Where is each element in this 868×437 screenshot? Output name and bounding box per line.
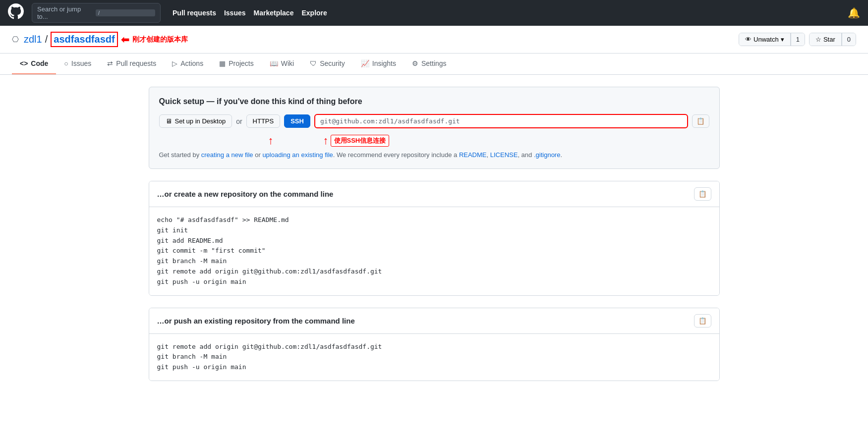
push-repo-code: git remote add origin git@github.com:zdl… bbox=[149, 333, 719, 381]
tab-issues[interactable]: ○ Issues bbox=[56, 54, 99, 74]
create-repo-code: echo "# asdfasdfasdf" >> README.md git i… bbox=[149, 207, 719, 295]
code-icon: <> bbox=[20, 59, 28, 67]
tab-insights-label: Insights bbox=[372, 59, 396, 67]
top-nav-links: Pull requests Issues Marketplace Explore bbox=[173, 9, 327, 17]
security-icon: 🛡 bbox=[310, 59, 317, 67]
ssh-annotation-container: ↑ ↑ 使用SSH信息连接 bbox=[268, 134, 709, 147]
settings-icon: ⚙ bbox=[412, 59, 418, 67]
repo-icon: ⎔ bbox=[12, 35, 19, 44]
arrow-ssh: ↑ 使用SSH信息连接 bbox=[323, 134, 390, 147]
star-button[interactable]: ☆ Star bbox=[810, 33, 842, 46]
unwatch-button[interactable]: 👁 Unwatch ▾ bbox=[739, 33, 791, 46]
search-box[interactable]: Search or jump to... / bbox=[32, 3, 161, 23]
get-started-text: Get started by creating a new file or up… bbox=[159, 151, 709, 159]
setup-desktop-button[interactable]: 🖥 Set up in Desktop bbox=[159, 114, 232, 128]
create-repo-title: …or create a new repository on the comma… bbox=[157, 190, 334, 198]
explore-link[interactable]: Explore bbox=[301, 9, 327, 17]
search-placeholder: Search or jump to... bbox=[37, 5, 92, 20]
actions-icon: ▷ bbox=[172, 59, 177, 67]
desktop-icon: 🖥 bbox=[166, 117, 172, 125]
notification-bell[interactable]: 🔔 bbox=[848, 7, 860, 19]
repo-name[interactable]: asdfasdfasdf bbox=[51, 32, 117, 47]
arrow-upload: ↑ bbox=[268, 134, 274, 147]
tab-code-label: Code bbox=[31, 59, 48, 67]
tab-projects[interactable]: ▦ Projects bbox=[211, 54, 262, 74]
quick-setup-title: Quick setup — if you've done this kind o… bbox=[159, 97, 709, 106]
copy-create-button[interactable]: 📋 bbox=[694, 187, 711, 201]
tab-security-label: Security bbox=[320, 59, 345, 67]
issues-link[interactable]: Issues bbox=[224, 9, 246, 17]
tab-pr-label: Pull requests bbox=[116, 59, 156, 67]
tab-issues-label: Issues bbox=[71, 59, 91, 67]
tab-wiki-label: Wiki bbox=[281, 59, 294, 67]
repo-tabs: <> Code ○ Issues ⇄ Pull requests ▷ Actio… bbox=[0, 54, 868, 75]
pull-requests-link[interactable]: Pull requests bbox=[173, 9, 216, 17]
repo-header: ⎔ zdl1 / asdfasdfasdf ⬅ 刚才创建的版本库 👁 Unwat… bbox=[0, 26, 868, 54]
https-button[interactable]: HTTPS bbox=[246, 114, 281, 128]
tab-wiki[interactable]: 📖 Wiki bbox=[262, 54, 302, 74]
push-repo-title: …or push an existing repository from the… bbox=[157, 317, 355, 325]
create-repo-header: …or create a new repository on the comma… bbox=[149, 181, 719, 207]
tab-settings[interactable]: ⚙ Settings bbox=[404, 54, 455, 74]
push-repo-section: …or push an existing repository from the… bbox=[149, 308, 720, 381]
annotation-text: 刚才创建的版本库 bbox=[132, 35, 188, 44]
gitignore-link[interactable]: .gitignore bbox=[534, 151, 560, 159]
annotation-arrow: ⬅ 刚才创建的版本库 bbox=[121, 34, 188, 46]
create-repo-section: …or create a new repository on the comma… bbox=[149, 181, 720, 296]
arrow-icon: ⬅ bbox=[121, 34, 129, 46]
star-button-group: ☆ Star 0 bbox=[809, 33, 856, 46]
star-count: 0 bbox=[842, 33, 856, 46]
or-label: or bbox=[236, 117, 242, 125]
readme-link[interactable]: README bbox=[459, 151, 487, 159]
tab-insights[interactable]: 📈 Insights bbox=[353, 54, 404, 74]
ssh-button[interactable]: SSH bbox=[284, 114, 310, 128]
ssh-arrow-icon: ↑ bbox=[323, 134, 329, 147]
tab-security[interactable]: 🛡 Security bbox=[302, 54, 353, 74]
marketplace-link[interactable]: Marketplace bbox=[254, 9, 294, 17]
projects-icon: ▦ bbox=[219, 59, 226, 67]
breadcrumb-slash: / bbox=[45, 34, 48, 45]
tab-settings-label: Settings bbox=[421, 59, 447, 67]
github-logo[interactable] bbox=[8, 3, 24, 22]
tab-projects-label: Projects bbox=[229, 59, 254, 67]
pr-icon: ⇄ bbox=[107, 59, 113, 67]
search-kbd: / bbox=[96, 9, 155, 16]
tab-actions-label: Actions bbox=[180, 59, 203, 67]
license-link[interactable]: LICENSE bbox=[490, 151, 518, 159]
repo-owner[interactable]: zdl1 bbox=[24, 34, 42, 45]
repo-actions: 👁 Unwatch ▾ 1 ☆ Star 0 bbox=[739, 33, 856, 46]
tab-pull-requests[interactable]: ⇄ Pull requests bbox=[99, 54, 164, 74]
copy-push-button[interactable]: 📋 bbox=[694, 314, 711, 328]
push-repo-header: …or push an existing repository from the… bbox=[149, 308, 719, 333]
watch-button-group: 👁 Unwatch ▾ 1 bbox=[739, 33, 805, 46]
wiki-icon: 📖 bbox=[270, 59, 278, 67]
tab-code[interactable]: <> Code bbox=[12, 54, 56, 74]
watch-count: 1 bbox=[791, 33, 805, 46]
upload-arrow-icon: ↑ bbox=[268, 134, 274, 147]
copy-url-button[interactable]: 📋 bbox=[692, 114, 709, 128]
main-content: Quick setup — if you've done this kind o… bbox=[137, 87, 732, 381]
upload-file-link[interactable]: uploading an existing file bbox=[262, 151, 333, 159]
top-navigation: Search or jump to... / Pull requests Iss… bbox=[0, 0, 868, 26]
issues-icon: ○ bbox=[64, 59, 68, 67]
quick-setup-box: Quick setup — if you've done this kind o… bbox=[149, 87, 720, 169]
create-file-link[interactable]: creating a new file bbox=[201, 151, 253, 159]
tab-actions[interactable]: ▷ Actions bbox=[164, 54, 211, 74]
insights-icon: 📈 bbox=[361, 59, 369, 67]
ssh-annotation-label: 使用SSH信息连接 bbox=[331, 135, 390, 147]
ssh-url-display: git@github.com:zdl1/asdfasdfasdf.git bbox=[314, 114, 688, 128]
setup-options-row: 🖥 Set up in Desktop or HTTPS SSH git@git… bbox=[159, 114, 709, 128]
